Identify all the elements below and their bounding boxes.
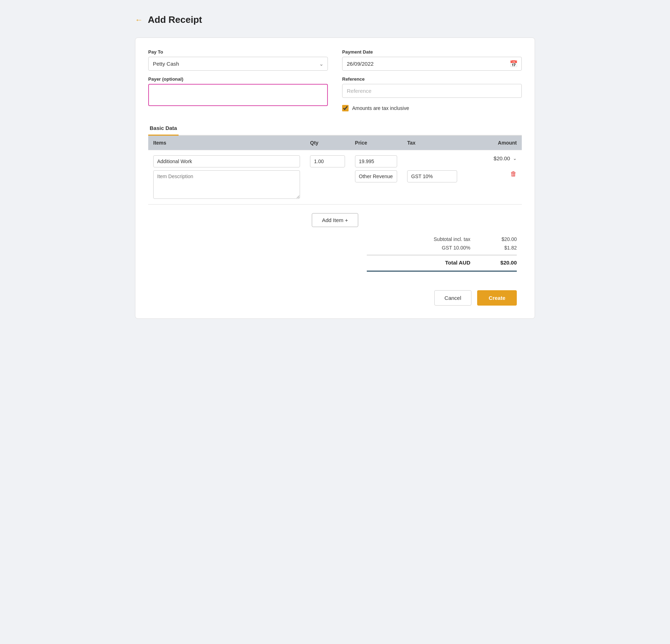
chevron-down-icon[interactable]: ⌄ [513,156,517,161]
item-price-input[interactable] [355,155,397,167]
item-account-input[interactable] [355,170,397,182]
table-header: Items Qty Price Tax Amount [148,136,522,150]
form-right: Payment Date 📅 Reference Amounts are tax… [342,49,522,111]
total-underline [367,271,517,272]
pay-to-select[interactable]: Petty Cash [148,57,328,71]
tab-basic-data[interactable]: Basic Data [148,121,179,136]
payment-date-input[interactable] [342,57,522,71]
payment-date-label: Payment Date [342,49,522,55]
item-delete-cell: 🗑 [462,169,522,204]
back-button[interactable]: ← [135,15,143,25]
item-sub-qty-cell [305,169,350,204]
tab-bar: Basic Data [148,121,522,136]
total-value: $20.00 [492,260,517,266]
col-header-tax: Tax [402,136,462,150]
tax-inclusive-label: Amounts are tax inclusive [352,105,409,111]
item-price-cell [350,150,402,169]
reference-label: Reference [342,76,522,82]
form-left: Pay To Petty Cash ⌄ Payer (optional) [148,49,328,111]
item-amount-cell: $20.00 ⌄ [462,150,522,169]
item-qty-input[interactable] [310,155,345,167]
item-account-cell [350,169,402,204]
add-item-section: Add Item + [148,204,522,233]
pay-to-label: Pay To [148,49,328,55]
table-row: $20.00 ⌄ [148,150,522,169]
gst-label: GST 10.00% [367,245,470,251]
total-label: Total AUD [367,260,470,266]
tax-inclusive-row: Amounts are tax inclusive [342,105,522,111]
calendar-icon[interactable]: 📅 [510,60,518,68]
payer-field: Payer (optional) [148,76,328,106]
gst-value: $1.82 [492,245,517,251]
item-amount-value: $20.00 [494,155,510,161]
item-description-textarea[interactable] [153,170,300,199]
create-button[interactable]: Create [477,290,517,306]
col-header-qty: Qty [305,136,350,150]
reference-field: Reference [342,76,522,98]
tax-inclusive-checkbox[interactable] [342,105,349,111]
item-qty-cell [305,150,350,169]
item-name-cell [148,150,305,169]
col-header-items: Items [148,136,305,150]
total-row: Total AUD $20.00 [367,260,517,266]
subtotal-value: $20.00 [492,236,517,242]
add-item-button[interactable]: Add Item + [312,213,359,227]
col-header-price: Price [350,136,402,150]
payer-input[interactable] [150,86,326,104]
totals-divider [367,255,517,255]
table-sub-row: 🗑 [148,169,522,204]
item-desc-cell [148,169,305,204]
payer-label: Payer (optional) [148,76,328,82]
reference-input[interactable] [342,84,522,98]
item-name-input[interactable] [153,155,300,167]
payer-input-wrapper [148,84,328,106]
form-top-row: Pay To Petty Cash ⌄ Payer (optional) [148,49,522,111]
subtotal-label: Subtotal incl. tax [367,236,470,242]
pay-to-wrapper: Petty Cash ⌄ [148,57,328,71]
page-title: Add Receipt [148,14,202,25]
page-header: ← Add Receipt [135,11,535,29]
items-table: Items Qty Price Tax Amount [148,136,522,204]
date-wrapper: 📅 [342,57,522,71]
gst-row: GST 10.00% $1.82 [367,245,517,251]
item-tax-cell [402,150,462,169]
main-card: Pay To Petty Cash ⌄ Payer (optional) [135,37,535,319]
totals-section: Subtotal incl. tax $20.00 GST 10.00% $1.… [148,233,522,280]
page-container: ← Add Receipt Pay To Petty Cash ⌄ Payer … [135,11,535,319]
col-header-amount: Amount [462,136,522,150]
delete-item-button[interactable]: 🗑 [467,170,517,178]
payment-date-field: Payment Date 📅 [342,49,522,71]
item-gst-cell [402,169,462,204]
item-gst-input[interactable] [407,170,457,182]
pay-to-field: Pay To Petty Cash ⌄ [148,49,328,71]
cancel-button[interactable]: Cancel [434,290,472,306]
tabs-section: Basic Data [148,121,522,136]
action-buttons: Cancel Create [148,280,522,306]
subtotal-row: Subtotal incl. tax $20.00 [367,236,517,242]
table-body: $20.00 ⌄ [148,150,522,205]
